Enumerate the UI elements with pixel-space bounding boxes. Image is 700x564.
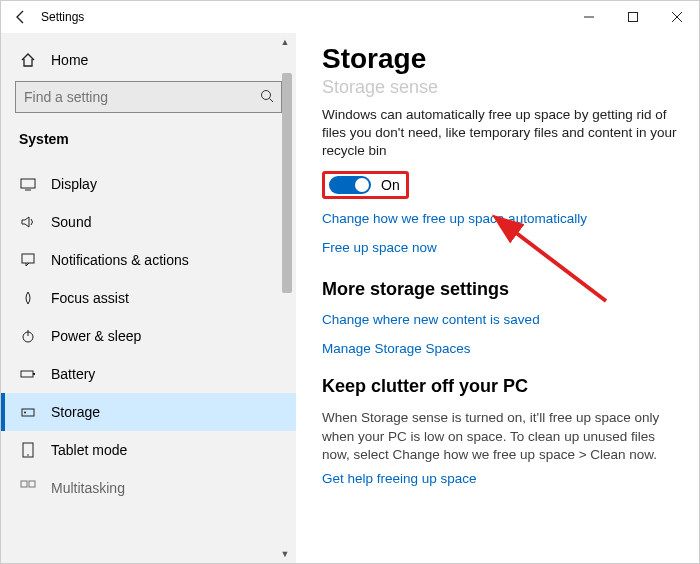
nav-display[interactable]: Display: [1, 165, 296, 203]
annotation-highlight-box: On: [322, 171, 409, 199]
nav-list: Display Sound Notifications & actions Fo…: [1, 165, 296, 507]
link-new-content[interactable]: Change where new content is saved: [322, 312, 679, 327]
svg-line-5: [270, 99, 274, 103]
storage-sense-toggle[interactable]: [329, 176, 371, 194]
titlebar: Settings: [1, 1, 699, 33]
nav-power-sleep[interactable]: Power & sleep: [1, 317, 296, 355]
svg-rect-18: [29, 481, 35, 487]
link-free-now[interactable]: Free up space now: [322, 240, 679, 255]
maximize-button[interactable]: [611, 1, 655, 33]
svg-rect-12: [33, 373, 35, 375]
nav-tablet-mode[interactable]: Tablet mode: [1, 431, 296, 469]
nav-storage[interactable]: Storage: [1, 393, 296, 431]
nav-label: Display: [51, 176, 97, 192]
svg-point-4: [262, 91, 271, 100]
keep-clutter-desc: When Storage sense is turned on, it'll f…: [322, 409, 679, 466]
more-settings-head: More storage settings: [322, 279, 679, 300]
nav-label: Battery: [51, 366, 95, 382]
storage-icon: [19, 403, 37, 421]
nav-sound[interactable]: Sound: [1, 203, 296, 241]
toggle-state-label: On: [381, 177, 400, 193]
svg-rect-8: [22, 254, 34, 263]
focus-icon: [19, 289, 37, 307]
nav-notifications[interactable]: Notifications & actions: [1, 241, 296, 279]
nav-label: Storage: [51, 404, 100, 420]
section-label: System: [1, 131, 296, 165]
svg-point-14: [24, 412, 26, 414]
sound-icon: [19, 213, 37, 231]
link-manage-spaces[interactable]: Manage Storage Spaces: [322, 341, 679, 356]
page-title: Storage: [322, 43, 679, 75]
nav-label: Multitasking: [51, 480, 125, 496]
back-button[interactable]: [9, 5, 33, 29]
sidebar: Home System Display Sound Notifications …: [1, 33, 296, 563]
svg-rect-6: [21, 179, 35, 188]
scroll-up-arrow[interactable]: ▲: [278, 35, 292, 49]
content-pane: Storage Storage sense Windows can automa…: [296, 33, 699, 563]
power-icon: [19, 327, 37, 345]
scroll-thumb[interactable]: [282, 73, 292, 293]
sidebar-scrollbar[interactable]: ▲ ▼: [278, 33, 294, 563]
svg-rect-17: [21, 481, 27, 487]
nav-label: Sound: [51, 214, 91, 230]
svg-rect-1: [629, 13, 638, 22]
search-input[interactable]: [15, 81, 282, 113]
nav-label: Notifications & actions: [51, 252, 189, 268]
nav-battery[interactable]: Battery: [1, 355, 296, 393]
nav-multitasking[interactable]: Multitasking: [1, 469, 296, 507]
battery-icon: [19, 365, 37, 383]
display-icon: [19, 175, 37, 193]
scroll-down-arrow[interactable]: ▼: [278, 547, 292, 561]
svg-rect-11: [21, 371, 33, 377]
storage-sense-desc: Windows can automatically free up space …: [322, 106, 679, 161]
notifications-icon: [19, 251, 37, 269]
minimize-button[interactable]: [567, 1, 611, 33]
nav-label: Tablet mode: [51, 442, 127, 458]
link-help-free[interactable]: Get help freeing up space: [322, 471, 679, 486]
tablet-icon: [19, 441, 37, 459]
svg-rect-13: [22, 409, 34, 416]
home-button[interactable]: Home: [1, 43, 296, 81]
nav-focus-assist[interactable]: Focus assist: [1, 279, 296, 317]
nav-label: Power & sleep: [51, 328, 141, 344]
multitask-icon: [19, 479, 37, 497]
svg-point-16: [27, 454, 29, 456]
search-icon: [260, 89, 274, 107]
link-change-auto[interactable]: Change how we free up space automaticall…: [322, 211, 679, 226]
home-label: Home: [51, 52, 88, 68]
home-icon: [19, 51, 37, 69]
nav-label: Focus assist: [51, 290, 129, 306]
keep-clutter-head: Keep clutter off your PC: [322, 376, 679, 397]
truncated-subhead: Storage sense: [322, 77, 679, 98]
close-button[interactable]: [655, 1, 699, 33]
window-title: Settings: [41, 10, 84, 24]
